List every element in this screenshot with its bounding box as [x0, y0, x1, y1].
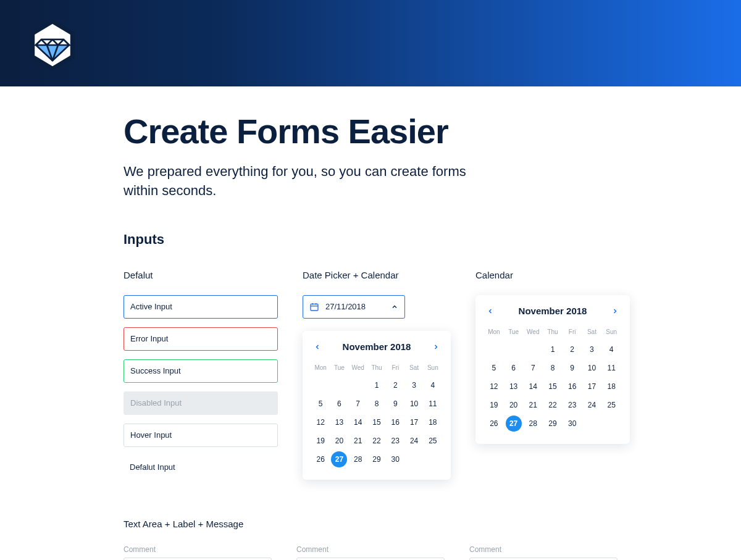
calendar-dow: Fri — [386, 362, 404, 376]
calendar-day[interactable]: 26 — [484, 414, 504, 433]
calendar-day[interactable]: 16 — [563, 377, 582, 396]
calendar-day[interactable]: 17 — [404, 413, 423, 432]
textarea-field[interactable]: He went such dare good mr fact. The — [296, 558, 445, 560]
calendar-day[interactable]: 7 — [523, 359, 543, 377]
input-success[interactable]: Success Input — [124, 359, 278, 383]
calendar-day[interactable]: 20 — [330, 432, 348, 450]
page-title: Create Forms Easier — [124, 111, 618, 151]
section-heading-inputs: Inputs — [124, 232, 618, 248]
calendar-next-button[interactable] — [609, 305, 621, 317]
calendar-day[interactable]: 17 — [582, 377, 602, 396]
calendar-day[interactable]: 5 — [311, 395, 330, 413]
calendar-next-button[interactable] — [430, 341, 442, 353]
calendar-day[interactable]: 26 — [311, 450, 330, 469]
input-active[interactable]: Active Input — [124, 295, 278, 319]
calendar-day[interactable]: 8 — [543, 359, 563, 377]
calendar-day[interactable]: 14 — [349, 413, 367, 432]
calendar-day[interactable]: 30 — [563, 414, 582, 433]
calendar-day[interactable]: 25 — [601, 396, 621, 414]
diamond-logo-icon — [25, 17, 80, 73]
calendar-day[interactable]: 20 — [504, 396, 524, 414]
calendar-day[interactable]: 27 — [504, 414, 524, 433]
calendar-day[interactable]: 15 — [543, 377, 563, 396]
calendar-day[interactable]: 9 — [386, 395, 404, 413]
input-default-text: Defalut Input — [130, 462, 175, 472]
calendar-day[interactable]: 2 — [386, 376, 404, 395]
calendar-day[interactable]: 3 — [582, 340, 602, 359]
calendar-day[interactable]: 18 — [424, 413, 442, 432]
calendar-day[interactable]: 22 — [543, 396, 563, 414]
calendar-day[interactable]: 29 — [367, 450, 386, 469]
calendar-month-label: November 2018 — [519, 306, 587, 316]
textarea-field[interactable]: He went such dare good mr fact. The — [124, 558, 272, 560]
calendar-day[interactable]: 15 — [367, 413, 386, 432]
calendar-day[interactable]: 16 — [386, 413, 404, 432]
page-subtitle: We prepared everything for you, so you c… — [124, 162, 494, 201]
calendar-day[interactable]: 21 — [349, 432, 367, 450]
textarea-label: Comment — [124, 545, 272, 554]
calendar-day[interactable]: 6 — [504, 359, 524, 377]
calendar-day[interactable]: 23 — [563, 396, 582, 414]
calendar-day[interactable]: 30 — [386, 450, 404, 469]
calendar-day[interactable]: 6 — [330, 395, 348, 413]
calendar-day[interactable]: 2 — [563, 340, 582, 359]
calendar-day[interactable]: 24 — [582, 396, 602, 414]
calendar-day[interactable]: 8 — [367, 395, 386, 413]
calendar-day[interactable]: 28 — [523, 414, 543, 433]
calendar-grid-standalone: MonTueWedThuFriSatSun1234567891011121314… — [484, 326, 621, 433]
calendar-day[interactable]: 22 — [367, 432, 386, 450]
calendar-day[interactable]: 28 — [349, 450, 367, 469]
datepicker-calendar: November 2018 MonTueWedThuFriSatSun12345… — [303, 331, 451, 480]
calendar-prev-button[interactable] — [311, 341, 324, 353]
calendar-day[interactable]: 29 — [543, 414, 563, 433]
datepicker-column-label: Date Picker + Calendar — [303, 270, 451, 280]
textarea-label: Comment — [296, 545, 445, 554]
calendar-day[interactable]: 9 — [563, 359, 582, 377]
calendar-day[interactable]: 11 — [424, 395, 442, 413]
calendar-day[interactable]: 27 — [330, 450, 348, 469]
input-success-text: Success Input — [130, 366, 181, 375]
datepicker-field[interactable]: 27/11/2018 — [303, 295, 405, 319]
input-hover-text: Hover Input — [130, 430, 172, 440]
calendar-dow: Mon — [311, 362, 330, 376]
calendar-dow: Thu — [367, 362, 386, 376]
calendar-day[interactable]: 12 — [311, 413, 330, 432]
calendar-day[interactable]: 23 — [386, 432, 404, 450]
calendar-day[interactable]: 5 — [484, 359, 504, 377]
calendar-day[interactable]: 1 — [543, 340, 563, 359]
calendar-day[interactable]: 3 — [404, 376, 423, 395]
calendar-day[interactable]: 13 — [504, 377, 524, 396]
calendar-day[interactable]: 21 — [523, 396, 543, 414]
input-hover[interactable]: Hover Input — [124, 424, 278, 447]
calendar-prev-button[interactable] — [484, 305, 496, 317]
calendar-day[interactable]: 10 — [582, 359, 602, 377]
calendar-day[interactable]: 1 — [367, 376, 386, 395]
calendar-dow: Wed — [523, 326, 543, 340]
calendar-day[interactable]: 13 — [330, 413, 348, 432]
calendar-day[interactable]: 12 — [484, 377, 504, 396]
calendar-day[interactable]: 19 — [311, 432, 330, 450]
calendar-grid-dp: MonTueWedThuFriSatSun1234567891011121314… — [311, 362, 442, 469]
input-disabled: Disabled Input — [124, 391, 278, 415]
calendar-day[interactable]: 4 — [601, 340, 621, 359]
textarea-field[interactable]: He went such dare good mr fact. The — [469, 558, 618, 560]
calendar-day[interactable]: 19 — [484, 396, 504, 414]
calendar-day[interactable]: 11 — [601, 359, 621, 377]
input-error[interactable]: Error Input — [124, 327, 278, 351]
calendar-day[interactable]: 18 — [601, 377, 621, 396]
calendar-day[interactable]: 10 — [404, 395, 423, 413]
input-default[interactable]: Defalut Input — [124, 456, 278, 479]
calendar-dow: Sat — [582, 326, 602, 340]
calendar-day[interactable]: 7 — [349, 395, 367, 413]
standalone-calendar: November 2018 MonTueWedThuFriSatSun12345… — [475, 295, 630, 444]
textarea-label: Comment — [469, 545, 618, 554]
calendar-icon — [309, 302, 319, 312]
calendar-day[interactable]: 25 — [424, 432, 442, 450]
calendar-day[interactable]: 24 — [404, 432, 423, 450]
calendar-dow: Thu — [543, 326, 563, 340]
calendar-day[interactable]: 4 — [424, 376, 442, 395]
calendar-dow: Sun — [424, 362, 442, 376]
calendar-column-label: Calendar — [475, 270, 630, 280]
calendar-dow: Sun — [601, 326, 621, 340]
calendar-day[interactable]: 14 — [523, 377, 543, 396]
